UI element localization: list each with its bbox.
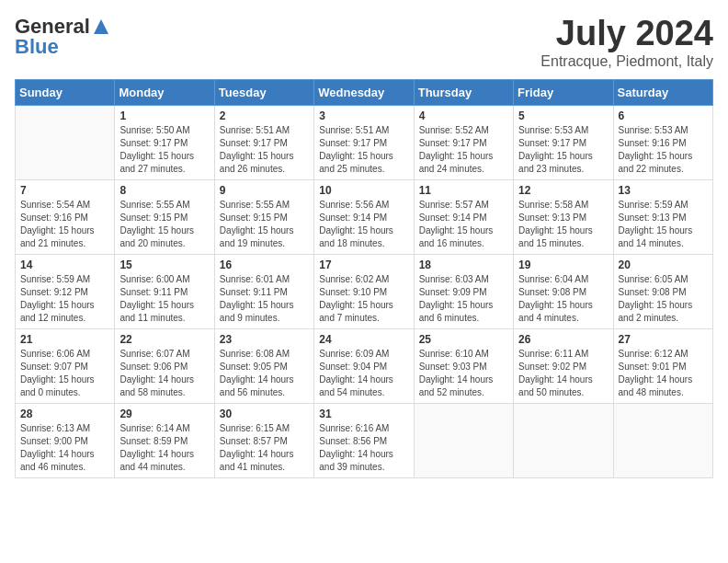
calendar-cell: 31Sunrise: 6:16 AM Sunset: 8:56 PM Dayli… <box>314 403 414 477</box>
day-info: Sunrise: 5:57 AM Sunset: 9:14 PM Dayligh… <box>419 199 508 250</box>
day-info: Sunrise: 6:07 AM Sunset: 9:06 PM Dayligh… <box>119 348 209 399</box>
day-number: 2 <box>220 109 309 122</box>
calendar-cell: 6Sunrise: 5:53 AM Sunset: 9:16 PM Daylig… <box>613 105 712 179</box>
calendar-cell: 12Sunrise: 5:58 AM Sunset: 9:13 PM Dayli… <box>514 179 613 254</box>
col-header-friday: Friday <box>514 79 613 105</box>
day-info: Sunrise: 5:53 AM Sunset: 9:17 PM Dayligh… <box>518 124 608 176</box>
month-year-title: July 2024 <box>540 15 713 53</box>
day-info: Sunrise: 6:08 AM Sunset: 9:05 PM Dayligh… <box>220 348 309 399</box>
day-number: 6 <box>619 109 708 122</box>
day-info: Sunrise: 6:05 AM Sunset: 9:08 PM Dayligh… <box>619 273 708 325</box>
day-number: 28 <box>20 408 109 420</box>
day-info: Sunrise: 5:51 AM Sunset: 9:17 PM Dayligh… <box>319 124 408 176</box>
day-info: Sunrise: 6:14 AM Sunset: 8:59 PM Dayligh… <box>119 422 209 474</box>
calendar-cell: 19Sunrise: 6:04 AM Sunset: 9:08 PM Dayli… <box>514 254 613 328</box>
day-info: Sunrise: 5:54 AM Sunset: 9:16 PM Dayligh… <box>20 199 109 250</box>
calendar-cell: 2Sunrise: 5:51 AM Sunset: 9:17 PM Daylig… <box>214 105 313 179</box>
calendar-cell: 24Sunrise: 6:09 AM Sunset: 9:04 PM Dayli… <box>314 328 414 403</box>
day-number: 10 <box>319 184 408 197</box>
day-number: 7 <box>20 184 109 197</box>
calendar-cell: 4Sunrise: 5:52 AM Sunset: 9:17 PM Daylig… <box>414 105 513 179</box>
day-number: 25 <box>419 333 508 346</box>
calendar-cell: 1Sunrise: 5:50 AM Sunset: 9:17 PM Daylig… <box>115 105 214 179</box>
calendar-week-row: 21Sunrise: 6:06 AM Sunset: 9:07 PM Dayli… <box>16 328 713 403</box>
day-number: 5 <box>518 109 608 122</box>
day-info: Sunrise: 6:16 AM Sunset: 8:56 PM Dayligh… <box>319 422 408 474</box>
day-number: 9 <box>220 184 309 197</box>
col-header-monday: Monday <box>115 79 214 105</box>
day-number: 26 <box>518 333 608 346</box>
day-info: Sunrise: 6:06 AM Sunset: 9:07 PM Dayligh… <box>20 348 109 399</box>
calendar-cell: 7Sunrise: 5:54 AM Sunset: 9:16 PM Daylig… <box>16 179 115 254</box>
title-section: July 2024 Entracque, Piedmont, Italy <box>540 15 713 70</box>
day-info: Sunrise: 5:59 AM Sunset: 9:12 PM Dayligh… <box>20 273 109 325</box>
day-number: 20 <box>619 259 708 271</box>
calendar-cell: 13Sunrise: 5:59 AM Sunset: 9:13 PM Dayli… <box>613 179 712 254</box>
day-number: 17 <box>319 259 408 271</box>
col-header-sunday: Sunday <box>16 79 115 105</box>
day-number: 12 <box>518 184 608 197</box>
day-number: 31 <box>319 408 408 420</box>
day-number: 11 <box>419 184 508 197</box>
calendar-cell: 23Sunrise: 6:08 AM Sunset: 9:05 PM Dayli… <box>214 328 313 403</box>
page-header: General Blue July 2024 Entracque, Piedmo… <box>15 15 713 70</box>
day-number: 24 <box>319 333 408 346</box>
day-number: 14 <box>20 259 109 271</box>
day-number: 3 <box>319 109 408 122</box>
day-info: Sunrise: 5:58 AM Sunset: 9:13 PM Dayligh… <box>518 199 608 250</box>
calendar-cell: 21Sunrise: 6:06 AM Sunset: 9:07 PM Dayli… <box>16 328 115 403</box>
calendar-cell: 15Sunrise: 6:00 AM Sunset: 9:11 PM Dayli… <box>115 254 214 328</box>
calendar-cell: 28Sunrise: 6:13 AM Sunset: 9:00 PM Dayli… <box>16 403 115 477</box>
day-info: Sunrise: 6:02 AM Sunset: 9:10 PM Dayligh… <box>319 273 408 325</box>
day-info: Sunrise: 6:00 AM Sunset: 9:11 PM Dayligh… <box>119 273 209 325</box>
calendar-week-row: 28Sunrise: 6:13 AM Sunset: 9:00 PM Dayli… <box>16 403 713 477</box>
logo-icon <box>92 17 110 36</box>
day-info: Sunrise: 6:10 AM Sunset: 9:03 PM Dayligh… <box>419 348 508 399</box>
col-header-saturday: Saturday <box>613 79 712 105</box>
calendar-cell: 14Sunrise: 5:59 AM Sunset: 9:12 PM Dayli… <box>16 254 115 328</box>
logo: General Blue <box>15 15 110 59</box>
day-number: 21 <box>20 333 109 346</box>
day-number: 22 <box>119 333 209 346</box>
day-info: Sunrise: 5:50 AM Sunset: 9:17 PM Dayligh… <box>119 124 209 176</box>
day-info: Sunrise: 6:04 AM Sunset: 9:08 PM Dayligh… <box>518 273 608 325</box>
calendar-week-row: 1Sunrise: 5:50 AM Sunset: 9:17 PM Daylig… <box>16 105 713 179</box>
calendar-cell: 30Sunrise: 6:15 AM Sunset: 8:57 PM Dayli… <box>214 403 313 477</box>
day-number: 19 <box>518 259 608 271</box>
col-header-thursday: Thursday <box>414 79 513 105</box>
calendar-cell <box>16 105 115 179</box>
calendar-cell: 25Sunrise: 6:10 AM Sunset: 9:03 PM Dayli… <box>414 328 513 403</box>
calendar-cell: 11Sunrise: 5:57 AM Sunset: 9:14 PM Dayli… <box>414 179 513 254</box>
calendar-cell: 20Sunrise: 6:05 AM Sunset: 9:08 PM Dayli… <box>613 254 712 328</box>
day-info: Sunrise: 6:01 AM Sunset: 9:11 PM Dayligh… <box>220 273 309 325</box>
calendar-cell: 29Sunrise: 6:14 AM Sunset: 8:59 PM Dayli… <box>115 403 214 477</box>
day-number: 1 <box>119 109 209 122</box>
day-info: Sunrise: 6:09 AM Sunset: 9:04 PM Dayligh… <box>319 348 408 399</box>
calendar-header-row: SundayMondayTuesdayWednesdayThursdayFrid… <box>16 79 713 105</box>
calendar-cell: 22Sunrise: 6:07 AM Sunset: 9:06 PM Dayli… <box>115 328 214 403</box>
calendar-cell: 8Sunrise: 5:55 AM Sunset: 9:15 PM Daylig… <box>115 179 214 254</box>
calendar-cell: 9Sunrise: 5:55 AM Sunset: 9:15 PM Daylig… <box>214 179 313 254</box>
day-info: Sunrise: 5:52 AM Sunset: 9:17 PM Dayligh… <box>419 124 508 176</box>
calendar-cell: 5Sunrise: 5:53 AM Sunset: 9:17 PM Daylig… <box>514 105 613 179</box>
day-info: Sunrise: 5:55 AM Sunset: 9:15 PM Dayligh… <box>220 199 309 250</box>
day-number: 8 <box>119 184 209 197</box>
svg-marker-0 <box>94 19 108 34</box>
day-info: Sunrise: 5:51 AM Sunset: 9:17 PM Dayligh… <box>220 124 309 176</box>
day-info: Sunrise: 5:53 AM Sunset: 9:16 PM Dayligh… <box>619 124 708 176</box>
day-number: 23 <box>220 333 309 346</box>
logo-blue: Blue <box>15 35 59 59</box>
day-number: 30 <box>220 408 309 420</box>
calendar-cell <box>613 403 712 477</box>
location-subtitle: Entracque, Piedmont, Italy <box>540 53 713 70</box>
calendar-week-row: 14Sunrise: 5:59 AM Sunset: 9:12 PM Dayli… <box>16 254 713 328</box>
calendar-cell: 16Sunrise: 6:01 AM Sunset: 9:11 PM Dayli… <box>214 254 313 328</box>
day-info: Sunrise: 6:12 AM Sunset: 9:01 PM Dayligh… <box>619 348 708 399</box>
col-header-wednesday: Wednesday <box>314 79 414 105</box>
calendar-cell: 10Sunrise: 5:56 AM Sunset: 9:14 PM Dayli… <box>314 179 414 254</box>
day-info: Sunrise: 6:15 AM Sunset: 8:57 PM Dayligh… <box>220 422 309 474</box>
day-number: 27 <box>619 333 708 346</box>
calendar-cell: 17Sunrise: 6:02 AM Sunset: 9:10 PM Dayli… <box>314 254 414 328</box>
day-number: 13 <box>619 184 708 197</box>
calendar-week-row: 7Sunrise: 5:54 AM Sunset: 9:16 PM Daylig… <box>16 179 713 254</box>
